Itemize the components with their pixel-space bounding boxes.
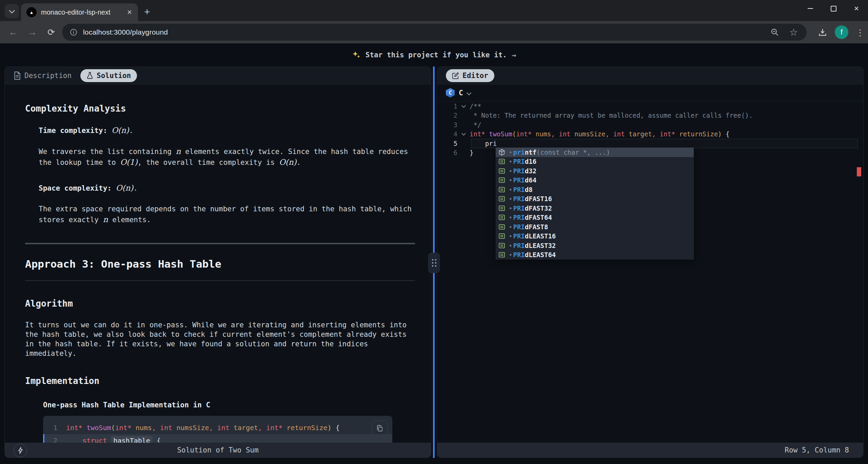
bullet-icon: • [509,232,512,240]
suggestion-item[interactable]: •PRIdLEAST64 [496,250,694,260]
suggestion-item[interactable]: •printf(const char *, ...) [496,148,694,157]
document-icon [14,72,21,80]
divider-rule [25,243,415,244]
editor-code-text: int* twoSum(int* nums, int numsSize, int… [470,130,730,138]
copy-icon [376,425,383,432]
new-tab-button[interactable]: + [144,6,150,18]
suggestion-item[interactable]: •PRId64 [496,176,694,185]
bullet-icon: • [509,158,512,165]
suggestion-item[interactable]: •PRIdLEAST16 [496,232,694,241]
editor-line[interactable]: 3 */ [437,120,863,130]
line-number: 1 [44,424,66,431]
site-info-icon[interactable] [70,28,78,36]
tab-description[interactable]: Description [14,72,72,80]
editor-line-number: 3 [437,121,457,129]
tab-title: monaco-editor-lsp-next [41,8,126,16]
time-complexity-line: Time complexity: O(n). [39,125,415,136]
editor-code-text: } [470,149,473,156]
suggestion-item[interactable]: •PRIdFAST32 [496,204,694,213]
suggestion-item[interactable]: •PRId16 [496,157,694,167]
tab-solution[interactable]: Solution [80,69,137,82]
editor-line[interactable]: 5 pri [437,139,863,148]
right-panel-header: Editor [437,67,863,84]
grip-dots-icon [432,259,433,260]
tab-search-button[interactable] [5,4,19,18]
constant-suggestion-icon [498,186,509,193]
divider-rule [25,280,415,281]
editor-line-number: 1 [437,102,457,110]
tab-editor-label: Editor [462,72,488,80]
suggestion-item[interactable]: •PRIdFAST8 [496,222,694,232]
fold-chevron-icon[interactable] [457,105,470,107]
browser-tab[interactable]: ▲ monaco-editor-lsp-next × [21,3,138,21]
reload-button[interactable]: ⟳ [43,24,59,40]
window-minimize-button[interactable] [799,0,822,17]
code-line: 1int* twoSum(int* nums, int numsSize, in… [43,421,392,434]
promo-banner[interactable]: Star this project if you like it. → [0,43,868,66]
solution-document: Complexity Analysis Time complexity: O(n… [5,84,431,443]
zoom-out-icon[interactable] [770,28,779,37]
tab-editor[interactable]: Editor [446,69,494,82]
language-label: C [459,89,463,97]
tab-solution-label: Solution [97,72,131,80]
copy-code-button[interactable] [372,421,388,436]
editor-line[interactable]: 4int* twoSum(int* nums, int numsSize, in… [437,130,863,139]
traverse-paragraph: We traverse the list containing n elemen… [39,146,415,168]
monaco-editor[interactable]: 1/**2 * Note: The returned array must be… [437,101,863,443]
suggestion-item[interactable]: •PRIdFAST64 [496,213,694,223]
suggestion-item[interactable]: •PRId8 [496,185,694,194]
heading-algorithm: Algorithm [25,298,415,309]
window-maximize-button[interactable] [822,0,845,17]
editor-line-number: 5 [437,140,457,147]
tab-description-label: Description [24,72,72,80]
code-text: int* twoSum(int* nums, int numsSize, int… [66,424,340,432]
constant-suggestion-icon [498,168,509,174]
back-button[interactable]: ← [5,24,21,40]
editor-code-text: */ [470,121,481,129]
constant-suggestion-icon [498,205,509,212]
left-status-text: Solution of Two Sum [177,446,258,454]
function-suggestion-icon [498,149,509,156]
banner-text: Star this project if you like it. [366,51,507,59]
language-selector[interactable]: C C [437,84,863,101]
constant-suggestion-icon [498,233,509,239]
right-status-bar: Row 5, Column 8 [437,443,863,458]
forward-button[interactable]: → [24,24,40,40]
divider-grip-handle[interactable] [428,253,440,273]
algorithm-paragraph: It turns out we can do it in one-pass. W… [25,320,415,358]
pencil-icon [452,72,459,79]
code-block-title: One-pass Hash Table Implementation in C [43,401,415,409]
url-text[interactable]: localhost:3000/playground [83,28,770,36]
menu-kebab-icon[interactable]: ⋮ [854,25,866,40]
fold-chevron-icon[interactable] [457,133,470,135]
constant-suggestion-icon [498,214,509,221]
editor-line[interactable]: 1/** [437,101,863,111]
app-window: ▲ monaco-editor-lsp-next × + × ← → ⟳ loc… [0,0,868,464]
bullet-icon: • [509,176,512,184]
editor-code-text: pri [470,140,497,147]
editor-code-text: * Note: The returned array must be mallo… [470,112,753,119]
profile-avatar[interactable]: f [835,25,848,39]
editor-line[interactable]: 2 * Note: The returned array must be mal… [437,111,863,120]
maximize-icon [831,6,836,12]
bookmark-star-icon[interactable]: ☆ [789,27,798,38]
bullet-icon: • [509,242,512,249]
suggestion-item[interactable]: •PRIdFAST16 [496,194,694,204]
constant-suggestion-icon [498,158,509,165]
code-block: 1int* twoSum(int* nums, int numsSize, in… [43,416,392,443]
heading-approach: Approach 3: One-pass Hash Table [25,258,415,270]
constant-suggestion-icon [498,224,509,230]
space-complexity-line: Space complexity: O(n). [39,183,415,194]
extra-space-paragraph: The extra space required depends on the … [39,204,415,225]
window-controls: × [799,0,868,17]
lightning-button[interactable] [14,444,27,457]
tab-close-icon[interactable]: × [126,8,133,16]
suggestion-item[interactable]: •PRIdLEAST32 [496,241,694,250]
favicon-icon: ▲ [26,7,37,17]
suggestion-item[interactable]: •PRId32 [496,166,694,176]
window-close-button[interactable]: × [845,0,868,17]
lightning-icon [18,447,23,454]
browser-toolbar: ← → ⟳ localhost:3000/playground ☆ f ⋮ [0,21,868,43]
address-bar[interactable]: localhost:3000/playground ☆ [62,24,807,41]
download-button[interactable] [815,25,830,40]
